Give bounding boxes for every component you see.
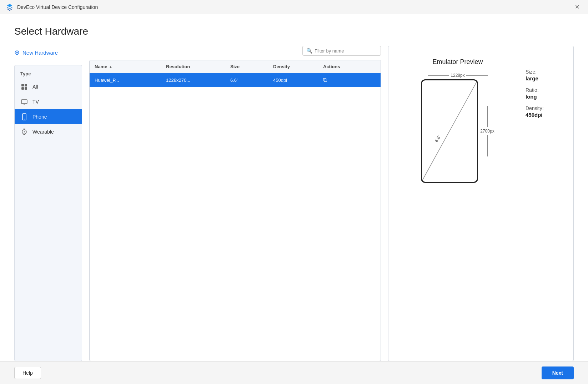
wearable-icon (20, 128, 28, 136)
phone-with-side: 6.6" 2700px (421, 79, 494, 183)
table-body: Huawei_P... 1228x270... 6.6" 450dpi ⧉ (90, 73, 381, 87)
dimension-top: 1228px (428, 73, 487, 78)
svg-rect-5 (24, 104, 25, 105)
svg-rect-3 (25, 87, 27, 90)
col-resolution: Resolution (161, 60, 225, 73)
sidebar-item-phone[interactable]: Phone (15, 109, 82, 124)
phone-label: Phone (32, 114, 47, 120)
info-ratio: Ratio: long (526, 87, 565, 100)
cell-density: 450dpi (268, 73, 318, 87)
size-label: Size: (526, 69, 565, 75)
info-density: Density: 450dpi (526, 105, 565, 118)
phone-preview-area: Emulator Preview 1228px (397, 55, 518, 352)
size-value: large (526, 75, 565, 81)
density-value: 450dpi (526, 112, 565, 118)
phone-icon (20, 113, 28, 121)
density-label: Density: (526, 105, 565, 111)
svg-rect-0 (21, 84, 24, 86)
new-hardware-label: New Hardware (22, 50, 58, 56)
table-header: Name ▲ Resolution Size Density Actions (90, 60, 381, 73)
cell-actions: ⧉ (318, 73, 381, 87)
col-size: Size (225, 60, 268, 73)
page-title: Select Hardware (0, 14, 588, 46)
col-density: Density (268, 60, 318, 73)
col-actions: Actions (318, 60, 381, 73)
ratio-value: long (526, 94, 565, 100)
svg-line-12 (422, 81, 477, 181)
app-title: DevEco Virtual Device Configuration (17, 4, 98, 10)
type-panel: Type All (14, 65, 82, 361)
toolbar: 🔍 (89, 46, 381, 56)
svg-rect-1 (25, 84, 27, 86)
copy-icon[interactable]: ⧉ (323, 77, 327, 83)
main-content: Select Hardware ⊕ New Hardware Type (0, 14, 588, 361)
svg-rect-9 (24, 129, 25, 130)
svg-rect-4 (21, 100, 27, 104)
sidebar-item-tv[interactable]: TV (15, 94, 82, 109)
top-dimension-label: 1228px (451, 73, 464, 78)
sort-arrow-name: ▲ (109, 65, 112, 69)
phone-frame: 6.6" (421, 79, 478, 183)
cell-name: Huawei_P... (90, 73, 161, 87)
all-icon (20, 83, 28, 91)
dim-line-h-right (466, 75, 488, 76)
dimension-right: 2700px (480, 106, 494, 156)
app-icon (6, 3, 14, 11)
next-button[interactable]: Next (542, 366, 574, 379)
emulator-preview-title: Emulator Preview (432, 58, 483, 66)
preview-info: Size: large Ratio: long Density: 450dpi (518, 69, 565, 352)
all-label: All (32, 84, 38, 90)
ratio-label: Ratio: (526, 87, 565, 93)
sidebar-item-wearable[interactable]: Wearable (15, 124, 82, 139)
emulator-preview-panel: Emulator Preview 1228px (388, 46, 574, 361)
search-icon: 🔍 (306, 48, 312, 54)
help-button[interactable]: Help (14, 367, 41, 379)
dim-line-h-left (428, 75, 449, 76)
close-button[interactable]: ✕ (572, 3, 582, 11)
plus-circle-icon: ⊕ (14, 49, 20, 56)
title-bar: DevEco Virtual Device Configuration ✕ (0, 0, 588, 14)
cell-resolution: 1228x270... (161, 73, 225, 87)
type-panel-label: Type (15, 68, 82, 79)
new-hardware-button[interactable]: ⊕ New Hardware (14, 46, 82, 59)
dim-line-v-top (487, 106, 488, 127)
phone-diagonal-svg (422, 80, 477, 182)
title-bar-left: DevEco Virtual Device Configuration (6, 3, 98, 11)
svg-rect-2 (21, 87, 24, 90)
phone-diagram-container: 1228px 6.6" (421, 73, 494, 183)
search-input[interactable] (315, 48, 377, 54)
search-box: 🔍 (302, 46, 381, 56)
side-dimension-label: 2700px (480, 129, 494, 134)
left-panel: ⊕ New Hardware Type All (14, 46, 82, 361)
cell-size: 6.6" (225, 73, 268, 87)
sidebar-item-all[interactable]: All (15, 79, 82, 94)
dim-line-v-bottom (487, 135, 488, 156)
svg-point-11 (24, 131, 25, 133)
bottom-bar: Help Next (0, 361, 588, 384)
content-area: ⊕ New Hardware Type All (0, 46, 588, 361)
tv-label: TV (32, 99, 39, 105)
info-size: Size: large (526, 69, 565, 81)
tv-icon (20, 98, 28, 106)
svg-rect-10 (24, 134, 25, 135)
table-row[interactable]: Huawei_P... 1228x270... 6.6" 450dpi ⧉ (90, 73, 381, 87)
middle-panel: 🔍 Name ▲ Resolution Size Density Actions (89, 46, 381, 361)
svg-point-7 (24, 119, 25, 120)
device-table: Name ▲ Resolution Size Density Actions H… (89, 60, 381, 361)
col-name: Name ▲ (90, 60, 161, 73)
wearable-label: Wearable (32, 129, 54, 135)
